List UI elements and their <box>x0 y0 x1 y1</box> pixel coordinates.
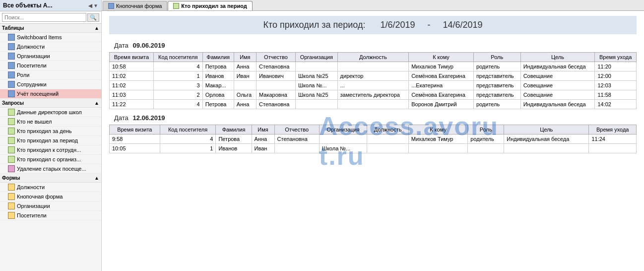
cell-time-out: 11:20 <box>595 62 637 71</box>
table-icon <box>8 90 15 97</box>
sidebar-collapse-icon[interactable]: ◀ <box>88 3 92 8</box>
sidebar-item-dolzhnosti[interactable]: Должности <box>0 42 101 52</box>
col-goal: Цель <box>504 125 589 135</box>
forms-section-label: Формы <box>2 175 20 181</box>
table-row: 11:02 3 Макар... Школа №... ... ...Екате… <box>110 81 637 90</box>
sidebar-item-form-dolzhnosti[interactable]: Должности <box>0 183 101 192</box>
query-icon <box>8 109 15 116</box>
tables-section-header[interactable]: Таблицы ▲ <box>0 24 101 33</box>
sidebar-item-label: Организации <box>17 53 50 59</box>
col-code: Код посетителя <box>153 53 202 62</box>
cell-role <box>468 144 504 153</box>
form-icon <box>8 184 15 191</box>
cell-org: Школа №... <box>319 144 367 153</box>
sidebar-item-label: Удаление старых посеще... <box>17 166 86 172</box>
sidebar-item-label: Должности <box>17 44 45 50</box>
date-group-label-1: Дата <box>114 42 129 49</box>
sidebar-item-label: Данные директоров школ <box>17 109 82 115</box>
cell-goal <box>504 144 589 153</box>
query-icon <box>8 137 15 144</box>
cell-patronymic: Степановна <box>257 62 296 71</box>
macro-icon <box>8 165 15 172</box>
cell-to-whom: ...Екатерина <box>409 81 474 90</box>
cell-patronymic: Макаровна <box>257 90 296 100</box>
cell-post: заместитель директора <box>337 90 409 100</box>
sidebar-item-organizations[interactable]: Организации <box>0 52 101 61</box>
sidebar-item-label: Кнопочная форма <box>17 194 63 200</box>
cell-patronymic <box>257 81 296 90</box>
date-group-value-2: 12.06.2019 <box>132 114 165 122</box>
report-header: Кто приходил за период: 1/6/2019 - 14/6/… <box>109 16 637 34</box>
sidebar-item-directors[interactable]: Данные директоров школ <box>0 108 101 117</box>
cell-goal: Индивидуальная беседа <box>520 62 595 71</box>
sidebar-item-label: Посетители <box>17 212 47 218</box>
cell-goal: Индивидуальная беседа <box>504 135 589 144</box>
sidebar-menu-icon[interactable]: ▼ <box>93 3 98 8</box>
sidebar-item-switchboard[interactable]: Switchboard Items <box>0 33 101 42</box>
cell-code: 4 <box>153 62 202 71</box>
col-code: Код посетителя <box>160 125 216 135</box>
cell-time: 11:02 <box>110 71 154 81</box>
tab-query-icon <box>173 3 179 9</box>
cell-post: директор <box>337 71 409 81</box>
queries-section-label: Запросы <box>2 100 24 106</box>
cell-to-whom: Михалков Тимур <box>409 62 474 71</box>
query-icon <box>8 118 15 125</box>
cell-time-out <box>589 144 637 153</box>
col-time-out: Время ухода <box>595 53 637 62</box>
sidebar-item-attendance[interactable]: Учёт посещений <box>0 89 101 99</box>
cell-name: Иван <box>234 71 256 81</box>
search-input[interactable] <box>2 13 86 22</box>
col-name: Имя <box>252 125 274 135</box>
cell-org: Школа №25 <box>296 90 338 100</box>
sidebar-item-label: Кто приходил с организ... <box>17 156 81 162</box>
sidebar-item-delete-old[interactable]: Удаление старых посеще... <box>0 164 101 174</box>
query-icon <box>8 156 15 163</box>
cell-to-whom: Семёнова Екатерина <box>409 90 474 100</box>
cell-role: представитель <box>473 71 520 81</box>
tab-bar: Кнопочная форма Кто приходил за период <box>102 0 644 11</box>
sidebar-item-not-left[interactable]: Кто не вышел <box>0 117 101 127</box>
cell-code: 4 <box>160 135 216 144</box>
col-time-out: Время ухода <box>589 125 637 135</box>
tab-switchboard[interactable]: Кнопочная форма <box>103 1 167 10</box>
sidebar-title-text: Все объекты А... <box>3 2 53 9</box>
cell-goal: Индивидуальная беседа <box>520 100 595 109</box>
sidebar-item-visited-org[interactable]: Кто приходил с организ... <box>0 155 101 164</box>
cell-time: 10:58 <box>110 62 154 71</box>
cell-code: 4 <box>153 100 202 109</box>
sidebar-item-visited-period[interactable]: Кто приходил за период <box>0 136 101 145</box>
search-button[interactable]: 🔍 <box>87 13 99 22</box>
tab-btn-icon <box>108 3 114 9</box>
cell-time: 10:05 <box>110 144 160 153</box>
sidebar-item-visited-day[interactable]: Кто приходил за день <box>0 127 101 136</box>
tab-visited-period[interactable]: Кто приходил за период <box>168 1 252 10</box>
date-group-label-2: Дата <box>114 114 129 122</box>
cell-time-out: 12:00 <box>595 71 637 81</box>
sidebar-item-label: Кто приходил к сотрудн... <box>17 147 81 153</box>
date-group-2: Дата 12.06.2019 <box>114 114 637 122</box>
cell-time: 11:03 <box>110 90 154 100</box>
sidebar-item-visitors[interactable]: Посетители <box>0 61 101 70</box>
cell-patronymic: Степановна <box>257 100 296 109</box>
table-icon <box>8 62 15 69</box>
cell-role: представитель <box>473 81 520 90</box>
sidebar-item-visited-employee[interactable]: Кто приходил к сотрудн... <box>0 145 101 155</box>
main-area: Кнопочная форма Кто приходил за период A… <box>102 0 644 271</box>
forms-section-header[interactable]: Формы ▲ <box>0 174 101 183</box>
form-icon <box>8 193 15 200</box>
cell-surname: Петрова <box>202 62 234 71</box>
sidebar-title-icons: ◀ ▼ <box>88 3 98 8</box>
queries-section-header[interactable]: Запросы ▲ <box>0 99 101 108</box>
sidebar-item-roles[interactable]: Роли <box>0 70 101 80</box>
sidebar-item-form-orgs[interactable]: Организации <box>0 202 101 211</box>
queries-collapse-icon: ▲ <box>94 100 99 106</box>
cell-time: 9:58 <box>110 135 160 144</box>
sidebar-item-employees[interactable]: Сотрудники <box>0 80 101 89</box>
sidebar-item-form-visitors[interactable]: Посетители <box>0 211 101 220</box>
sidebar-item-label: Роли <box>17 72 29 78</box>
col-post: Должность <box>337 53 409 62</box>
col-surname: Фамилия <box>202 53 234 62</box>
tab-label: Кнопочная форма <box>116 3 162 9</box>
sidebar-item-form-switchboard[interactable]: Кнопочная форма <box>0 192 101 202</box>
